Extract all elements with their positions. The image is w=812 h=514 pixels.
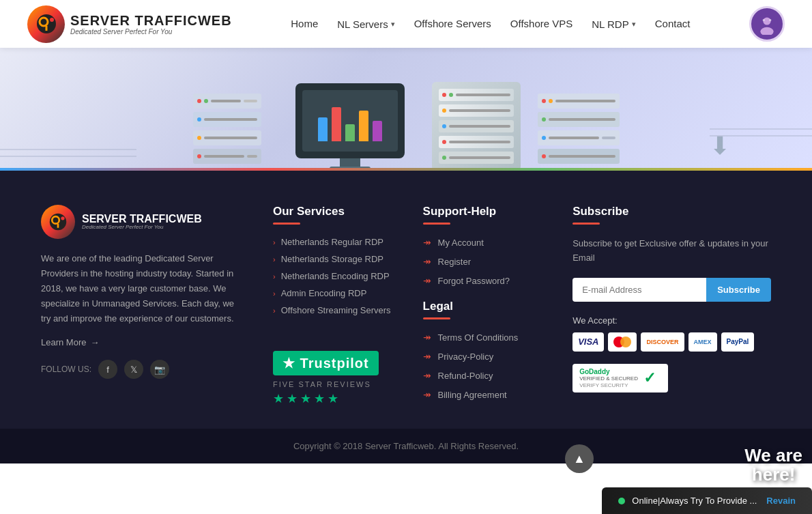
star-icon-2: ★: [287, 391, 298, 406]
footer-logo-main: SERVER TRAFFICWEB: [82, 213, 202, 225]
nav-item-nl-rdp[interactable]: NL RDP ▾: [592, 18, 635, 30]
download-arrow-icon: ⬇: [710, 132, 730, 160]
nav-item-contact[interactable]: Contact: [655, 18, 691, 30]
footer-logo-sub: Dedicated Server Perfect For You: [82, 225, 202, 231]
godaddy-verified-text: VERIFIED & SECURED: [579, 375, 638, 382]
svg-point-7: [763, 19, 765, 21]
godaddy-badge: GoDaddy VERIFIED & SECURED VERIFY SECURI…: [572, 364, 668, 392]
trustpilot-block: ★ Trustpilot FIVE STAR REVIEWS ★ ★ ★ ★ ★: [273, 334, 396, 406]
footer: SERVER TRAFFICWEB Dedicated Server Perfe…: [0, 171, 812, 429]
chevron-icon: ›: [273, 272, 276, 281]
legal-refund[interactable]: ↠ Refund-Policy: [423, 370, 546, 381]
nav-links: Home NL Servers ▾ Offshore Servers Offsh…: [291, 18, 690, 30]
footer-services-col: Our Services › Netherlands Regular RDP ›…: [273, 205, 396, 408]
arrow-icon: ↠: [423, 275, 431, 286]
logo-icon: [27, 5, 65, 43]
godaddy-verify-link[interactable]: VERIFY SECURITY: [579, 382, 638, 388]
trustpilot-label: FIVE STAR REVIEWS: [273, 380, 371, 388]
paypal-icon: PayPal: [721, 332, 755, 352]
arrow-icon: ↠: [423, 351, 431, 362]
arrow-icon: ↠: [423, 237, 431, 248]
we-are-here-text: We arehere!: [744, 446, 802, 463]
footer-logo[interactable]: SERVER TRAFFICWEB Dedicated Server Perfe…: [41, 205, 246, 239]
chevron-icon: ›: [273, 238, 276, 246]
subscribe-description: Subscribe to get Exclusive offer & updat…: [572, 237, 771, 266]
arrow-icon: ↠: [423, 370, 431, 381]
godaddy-logo: GoDaddy: [579, 368, 638, 375]
email-input[interactable]: [572, 278, 706, 302]
social-follow-row: FOLLOW US: f 𝕏 📷: [41, 360, 246, 379]
star-icon-5: ★: [328, 391, 338, 406]
amex-icon: AMEX: [688, 332, 717, 352]
chevron-icon: ›: [273, 289, 276, 298]
trustpilot-logo: ★ Trustpilot: [273, 351, 379, 375]
services-list: › Netherlands Regular RDP › Netherlands …: [273, 237, 396, 315]
arrow-icon: ↠: [423, 256, 431, 267]
service-item-4[interactable]: › Admin Encoding RDP: [273, 288, 396, 298]
checkmark-icon: ✓: [643, 369, 656, 387]
payment-icons: VISA DISCOVER AMEX PayPal: [572, 332, 771, 352]
trustpilot-stars: ★ ★ ★ ★ ★: [273, 391, 338, 406]
hero-illustration: ⬇: [0, 48, 812, 171]
legal-privacy[interactable]: ↠ Privacy-Policy: [423, 351, 546, 362]
footer-logo-icon: [41, 205, 75, 239]
nav-item-nl-servers[interactable]: NL Servers ▾: [337, 18, 394, 30]
learn-more-link[interactable]: Learn More →: [41, 337, 246, 347]
big-server: [432, 82, 521, 171]
navbar: SERVER TRAFFICWEB Dedicated Server Perfe…: [0, 0, 812, 48]
legal-title: Legal: [423, 300, 546, 319]
subscribe-title: Subscribe: [572, 205, 771, 225]
logo-text: SERVER TRAFFICWEB Dedicated Server Perfe…: [70, 13, 232, 35]
svg-point-3: [50, 18, 54, 22]
chat-widget: We arehere! Online|Always Try To Provide…: [602, 446, 812, 463]
user-avatar[interactable]: [749, 6, 785, 42]
we-accept-label: We Accept:: [572, 315, 771, 326]
arrow-icon: ↠: [423, 389, 431, 400]
footer-about-col: SERVER TRAFFICWEB Dedicated Server Perfe…: [41, 205, 246, 408]
instagram-icon[interactable]: 📷: [150, 360, 169, 379]
service-item-3[interactable]: › Netherlands Encoding RDP: [273, 271, 396, 281]
nav-item-home[interactable]: Home: [291, 18, 318, 30]
footer-support-col: Support-Help ↠ My Account ↠ Register ↠ F…: [423, 205, 546, 408]
support-forgot-password[interactable]: ↠ Forgot Password?: [423, 275, 546, 286]
color-stripe: [0, 168, 812, 171]
monitor: [295, 83, 405, 171]
logo-sub-text: Dedicated Server Perfect For You: [70, 28, 232, 35]
subscribe-button[interactable]: Subscribe: [706, 278, 771, 302]
subscribe-form: Subscribe: [572, 278, 771, 302]
star-icon-3: ★: [300, 391, 311, 406]
nav-item-offshore-vps[interactable]: Offshore VPS: [510, 18, 572, 30]
footer-description: We are one of the leading Dedicated Serv…: [41, 251, 246, 326]
support-my-account[interactable]: ↠ My Account: [423, 237, 546, 248]
facebook-icon[interactable]: f: [98, 360, 117, 379]
hero-section: ⬇: [0, 48, 812, 171]
arrow-icon: ↠: [423, 332, 431, 343]
logo[interactable]: SERVER TRAFFICWEB Dedicated Server Perfe…: [27, 5, 232, 43]
service-item-5[interactable]: › Offshore Streaming Servers: [273, 305, 396, 315]
footer-logo-text: SERVER TRAFFICWEB Dedicated Server Perfe…: [82, 213, 202, 231]
support-register[interactable]: ↠ Register: [423, 256, 546, 267]
service-item-1[interactable]: › Netherlands Regular RDP: [273, 237, 396, 247]
mastercard-icon: [608, 332, 637, 352]
legal-billing[interactable]: ↠ Billing Agreement: [423, 389, 546, 400]
logo-main-text: SERVER TRAFFICWEB: [70, 13, 232, 28]
legal-terms[interactable]: ↠ Terms Of Conditions: [423, 332, 546, 343]
twitter-icon[interactable]: 𝕏: [124, 360, 143, 379]
copyright-text: Copyright © 2018 Server Trafficweb. All …: [293, 441, 519, 451]
discover-icon: DISCOVER: [641, 332, 684, 352]
star-icon-1: ★: [273, 391, 284, 406]
svg-point-5: [763, 17, 770, 25]
chevron-icon: ›: [273, 306, 276, 315]
nav-item-offshore-servers[interactable]: Offshore Servers: [414, 18, 491, 30]
visa-card-icon: VISA: [572, 332, 604, 352]
services-title: Our Services: [273, 205, 396, 225]
chevron-up-icon: ▲: [573, 452, 585, 464]
support-title: Support-Help: [423, 205, 546, 225]
footer-subscribe-col: Subscribe Subscribe to get Exclusive off…: [572, 205, 771, 408]
arrow-right-icon: →: [90, 337, 99, 347]
svg-point-12: [61, 216, 64, 220]
star-icon-4: ★: [314, 391, 325, 406]
svg-point-8: [769, 19, 771, 21]
service-item-2[interactable]: › Netherlands Storage RDP: [273, 254, 396, 264]
chevron-icon: ›: [273, 255, 276, 263]
